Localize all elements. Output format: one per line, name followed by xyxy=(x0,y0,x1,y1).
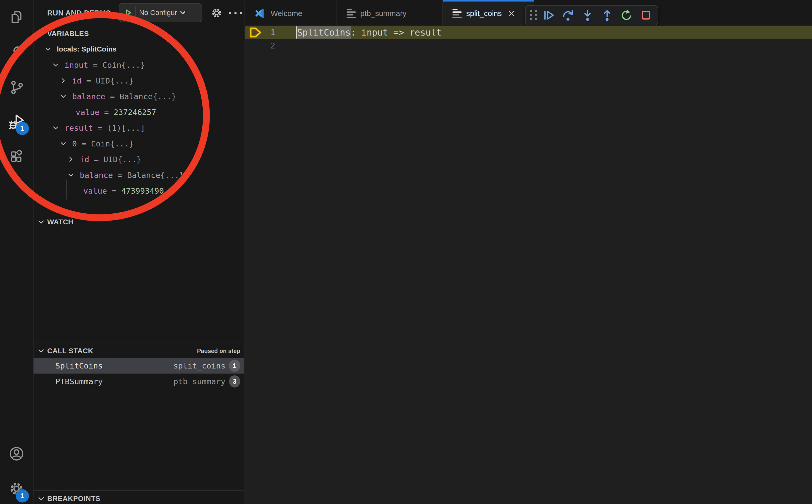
chevron-right-icon xyxy=(68,156,74,163)
variable-value: (1)[...] xyxy=(107,123,145,132)
restart-button[interactable] xyxy=(619,8,634,23)
variable-name: balance xyxy=(80,171,113,180)
run-and-debug-icon[interactable]: 1 xyxy=(0,107,33,137)
step-out-button[interactable] xyxy=(600,8,615,23)
vscode-logo-icon xyxy=(254,8,266,19)
chevron-down-icon xyxy=(52,125,59,131)
account-icon[interactable] xyxy=(0,439,33,469)
variables-title: VARIABLES xyxy=(47,30,89,38)
person-circle-icon xyxy=(9,446,24,461)
code-editor[interactable]: 1 2 SplitCoins: input => result xyxy=(245,25,812,504)
variable-row-value[interactable]: value = 237246257 xyxy=(34,104,278,120)
section-divider xyxy=(34,490,244,491)
settings-gear-icon[interactable]: 1 xyxy=(0,474,33,504)
variable-row-input[interactable]: input = Coin{...} xyxy=(34,57,262,73)
chevron-down-icon xyxy=(68,172,74,178)
file-lines-icon xyxy=(346,9,356,18)
code-text: : input => result xyxy=(351,27,442,38)
section-divider xyxy=(34,214,244,214)
paused-status-label: Paused on step xyxy=(197,348,240,355)
stack-frame-splitcoins[interactable]: SplitCoins split_coins 1 xyxy=(34,358,244,374)
launch-config-dropdown[interactable]: No Configur xyxy=(119,3,202,22)
debug-current-instruction-icon[interactable] xyxy=(249,27,262,38)
breakpoints-title: BREAKPOINTS xyxy=(47,495,100,503)
equals: = xyxy=(93,123,107,132)
frame-name: PTBSummary xyxy=(55,377,103,386)
variables-section-header[interactable]: VARIABLES xyxy=(34,26,244,41)
continue-button[interactable] xyxy=(541,8,556,23)
frame-badge: 1 xyxy=(229,360,240,372)
chevron-right-icon xyxy=(60,77,66,84)
config-dropdown-label: No Configur xyxy=(139,9,177,17)
stop-button[interactable] xyxy=(638,8,654,23)
frame-name: SplitCoins xyxy=(55,361,103,370)
line-number-2: 2 xyxy=(262,39,275,52)
line-number-1: 1 xyxy=(262,26,275,39)
magnifier-icon xyxy=(9,45,24,59)
breakpoints-section-header[interactable]: BREAKPOINTS xyxy=(34,491,244,504)
step-over-button[interactable] xyxy=(561,8,576,23)
views-more-actions-icon[interactable] xyxy=(226,0,244,26)
vscode-window: 1 xyxy=(0,0,812,504)
variable-name: result xyxy=(64,123,93,132)
chevron-down-icon xyxy=(38,347,45,355)
variable-scope-row[interactable]: locals: SplitCoins xyxy=(34,41,255,57)
call-stack-section-header[interactable]: CALL STACK Paused on step xyxy=(34,344,244,358)
equals: = xyxy=(88,60,102,70)
chevron-down-icon xyxy=(179,9,187,16)
source-control-icon[interactable] xyxy=(0,72,33,103)
editor-area: Welcome ptb_summary split_coins xyxy=(245,0,812,504)
dropdown-separator xyxy=(135,6,136,20)
variable-row-0[interactable]: 0 = Coin{...} xyxy=(34,136,270,152)
chevron-down-icon xyxy=(45,46,51,53)
variable-row-balance2[interactable]: balance = Balance{...} xyxy=(34,167,278,183)
extensions-icon[interactable] xyxy=(0,142,33,172)
activity-bar: 1 xyxy=(0,0,34,504)
section-divider xyxy=(34,343,244,343)
variable-name: balance xyxy=(72,92,105,101)
variable-value: Coin{...} xyxy=(102,60,145,70)
toolbar-drag-handle[interactable] xyxy=(530,10,537,20)
variable-row-result[interactable]: result = (1)[...] xyxy=(34,120,262,136)
chevron-down-icon xyxy=(38,219,45,226)
variable-row-id2[interactable]: id = UID{...} xyxy=(34,152,278,167)
variable-value: 237246257 xyxy=(113,108,156,117)
search-icon[interactable] xyxy=(0,37,33,68)
equals: = xyxy=(89,155,103,164)
stack-frame-ptbsummary[interactable]: PTBSummary ptb_summary 3 xyxy=(34,374,244,389)
extensions-squares-icon xyxy=(9,150,24,164)
panel-title: RUN AND DEBUG xyxy=(47,9,111,17)
equals: = xyxy=(107,186,121,195)
variable-value: 473993490 xyxy=(121,186,164,195)
variable-row-id[interactable]: id = UID{...} xyxy=(34,73,270,89)
tab-label: split_coins xyxy=(466,9,502,18)
tab-label: ptb_summary xyxy=(360,9,407,18)
code-line-1[interactable]: SplitCoins: input => result xyxy=(297,26,442,39)
file-lines-icon xyxy=(453,9,462,18)
explorer-icon[interactable] xyxy=(0,2,33,32)
scope-label: locals: SplitCoins xyxy=(57,45,116,53)
chevron-down-icon xyxy=(60,140,66,147)
chevron-down-icon xyxy=(38,30,45,37)
variable-value: UID{...} xyxy=(103,155,141,164)
variable-row-balance[interactable]: balance = Balance{...} xyxy=(34,89,270,104)
debug-settings-gear-icon[interactable] xyxy=(208,0,225,26)
watch-title: WATCH xyxy=(47,218,73,226)
chevron-down-icon xyxy=(38,495,45,502)
watch-section-header[interactable]: WATCH xyxy=(34,215,244,229)
files-icon xyxy=(9,10,24,24)
call-stack-title: CALL STACK xyxy=(47,347,93,355)
variable-value: Balance{...} xyxy=(127,171,184,180)
chevron-down-icon xyxy=(52,62,59,68)
step-into-button[interactable] xyxy=(580,8,595,23)
variable-value: Coin{...} xyxy=(91,139,134,148)
tab-ptb-summary[interactable]: ptb_summary xyxy=(337,0,443,25)
equals: = xyxy=(113,171,127,180)
close-icon[interactable] xyxy=(508,10,515,17)
variable-name: 0 xyxy=(72,139,77,148)
start-debug-play-icon[interactable] xyxy=(124,8,132,17)
debug-badge: 1 xyxy=(16,122,29,135)
tab-welcome[interactable]: Welcome xyxy=(245,0,337,25)
tab-split-coins[interactable]: split_coins xyxy=(443,0,534,25)
frame-source: ptb_summary xyxy=(173,377,225,386)
